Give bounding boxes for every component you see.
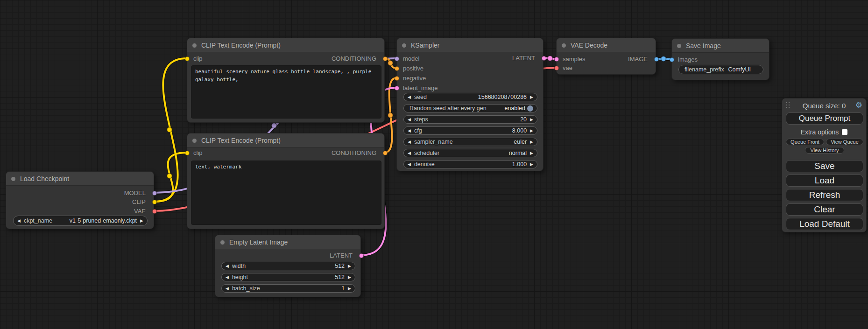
extra-options-label: Extra options (801, 128, 839, 136)
input-port-positive[interactable] (395, 66, 399, 71)
random-seed-toggle-widget[interactable]: Random seed after every gen enabled (403, 104, 537, 112)
decrement-arrow-icon[interactable]: ◀ (226, 275, 229, 280)
queue-prompt-button[interactable]: Queue Prompt (786, 112, 863, 125)
scheduler-widget[interactable]: ◀ scheduler normal ▶ (403, 149, 537, 157)
increment-arrow-icon[interactable]: ▶ (140, 219, 143, 223)
node-load-checkpoint[interactable]: Load Checkpoint MODEL CLIP VAE ◀ ckpt_na… (6, 171, 154, 229)
node-clip-text-encode-negative[interactable]: CLIP Text Encode (Prompt) clip CONDITION… (187, 133, 385, 229)
decrement-arrow-icon[interactable]: ◀ (408, 118, 411, 122)
node-save-image[interactable]: Save Image images filename_prefix ComfyU… (671, 38, 769, 80)
filename-prefix-widget[interactable]: filename_prefix ComfyUI (678, 65, 763, 74)
output-port-clip[interactable] (152, 200, 157, 204)
input-port-clip[interactable] (185, 56, 190, 61)
node-collapse-dot-icon[interactable] (562, 43, 566, 48)
extra-options-checkbox[interactable] (842, 129, 847, 135)
width-widget[interactable]: ◀ width 512 ▶ (221, 262, 355, 270)
output-label-latent: LATENT (330, 251, 353, 260)
prompt-textarea[interactable]: beautiful scenery nature glass bottle la… (191, 65, 381, 119)
view-queue-button[interactable]: View Queue (826, 139, 863, 145)
increment-arrow-icon[interactable]: ▶ (530, 151, 533, 155)
increment-arrow-icon[interactable]: ▶ (530, 140, 533, 144)
node-graph-canvas[interactable]: Load Checkpoint MODEL CLIP VAE ◀ ckpt_na… (0, 0, 868, 329)
input-label-samples: samples (563, 55, 585, 64)
queue-panel[interactable]: Queue size: 0 ⚙ Queue Prompt Extra optio… (782, 98, 867, 232)
widget-label: height (232, 274, 248, 280)
steps-widget[interactable]: ◀ steps 20 ▶ (403, 115, 537, 124)
gear-icon[interactable]: ⚙ (855, 101, 862, 110)
node-title: Load Checkpoint (20, 175, 69, 182)
toggle-circle-icon[interactable] (527, 105, 533, 112)
load-default-button[interactable]: Load Default (786, 218, 863, 230)
decrement-arrow-icon[interactable]: ◀ (408, 140, 411, 144)
input-port-latent-image[interactable] (395, 86, 399, 91)
input-port-vae[interactable] (554, 66, 559, 70)
queue-front-button[interactable]: Queue Front (786, 139, 824, 145)
refresh-button[interactable]: Refresh (786, 189, 863, 201)
decrement-arrow-icon[interactable]: ◀ (408, 151, 411, 155)
load-button[interactable]: Load (786, 175, 863, 187)
widget-value: 156680208700286 (478, 94, 527, 100)
node-vae-decode[interactable]: VAE Decode samples vae IMAGE (556, 38, 656, 75)
increment-arrow-icon[interactable]: ▶ (530, 162, 533, 167)
output-port-vae[interactable] (152, 209, 157, 214)
node-clip-text-encode-positive[interactable]: CLIP Text Encode (Prompt) clip CONDITION… (187, 38, 385, 123)
output-port-conditioning[interactable] (383, 151, 388, 155)
cfg-widget[interactable]: ◀ cfg 8.000 ▶ (403, 126, 537, 135)
input-label-model: model (403, 54, 419, 63)
widget-value: euler (514, 139, 527, 145)
node-empty-latent-image[interactable]: Empty Latent Image LATENT ◀ width 512 ▶ … (215, 235, 361, 297)
node-collapse-dot-icon[interactable] (402, 43, 406, 48)
output-label-vae: VAE (134, 207, 146, 216)
output-port-latent[interactable] (359, 253, 364, 258)
height-widget[interactable]: ◀ height 512 ▶ (221, 273, 355, 281)
view-history-button[interactable]: View History (805, 147, 844, 154)
widget-value: enabled (505, 105, 526, 112)
decrement-arrow-icon[interactable]: ◀ (17, 219, 21, 223)
node-collapse-dot-icon[interactable] (220, 240, 225, 245)
widget-label: batch_size (232, 285, 260, 292)
output-port-latent[interactable] (542, 56, 546, 61)
decrement-arrow-icon[interactable]: ◀ (226, 264, 229, 268)
wire-midpoint-dot (548, 56, 553, 61)
decrement-arrow-icon[interactable]: ◀ (408, 162, 411, 167)
increment-arrow-icon[interactable]: ▶ (530, 129, 533, 133)
clear-button[interactable]: Clear (786, 203, 863, 216)
node-title: Save Image (686, 42, 721, 49)
widget-label: width (232, 263, 246, 269)
node-collapse-dot-icon[interactable] (192, 43, 197, 48)
increment-arrow-icon[interactable]: ▶ (348, 264, 351, 268)
widget-label: seed (414, 94, 427, 100)
output-port-image[interactable] (654, 57, 659, 62)
sampler-name-widget[interactable]: ◀ sampler_name euler ▶ (403, 138, 537, 146)
input-port-clip[interactable] (185, 151, 190, 155)
node-title: VAE Decode (571, 42, 607, 49)
increment-arrow-icon[interactable]: ▶ (530, 118, 533, 122)
input-port-images[interactable] (670, 57, 674, 62)
prompt-textarea[interactable]: text, watermark (191, 161, 381, 225)
widget-value: v1-5-pruned-emaonly.ckpt (70, 217, 137, 224)
widget-label: Random seed after every gen (409, 105, 487, 112)
widget-value: 20 (520, 116, 527, 123)
input-port-model[interactable] (395, 56, 399, 61)
output-port-conditioning[interactable] (383, 56, 388, 61)
seed-widget[interactable]: ◀ seed 156680208700286 ▶ (403, 93, 537, 101)
input-port-samples[interactable] (554, 57, 559, 62)
widget-label: sampler_name (414, 139, 453, 145)
node-collapse-dot-icon[interactable] (192, 139, 197, 143)
node-collapse-dot-icon[interactable] (11, 177, 15, 181)
decrement-arrow-icon[interactable]: ◀ (408, 129, 411, 133)
increment-arrow-icon[interactable]: ▶ (530, 95, 533, 99)
save-button[interactable]: Save (786, 160, 863, 172)
ckpt-name-widget[interactable]: ◀ ckpt_name v1-5-pruned-emaonly.ckpt ▶ (13, 216, 148, 226)
widget-label: cfg (414, 127, 422, 134)
input-port-negative[interactable] (395, 76, 399, 81)
decrement-arrow-icon[interactable]: ◀ (226, 287, 229, 291)
node-ksampler[interactable]: KSampler model positive negative latent_… (396, 38, 543, 171)
decrement-arrow-icon[interactable]: ◀ (408, 95, 411, 99)
increment-arrow-icon[interactable]: ▶ (348, 287, 351, 291)
denoise-widget[interactable]: ◀ denoise 1.000 ▶ (403, 160, 537, 168)
output-port-model[interactable] (152, 191, 157, 196)
batch-size-widget[interactable]: ◀ batch_size 1 ▶ (221, 284, 355, 293)
increment-arrow-icon[interactable]: ▶ (348, 275, 351, 280)
node-collapse-dot-icon[interactable] (677, 44, 681, 48)
